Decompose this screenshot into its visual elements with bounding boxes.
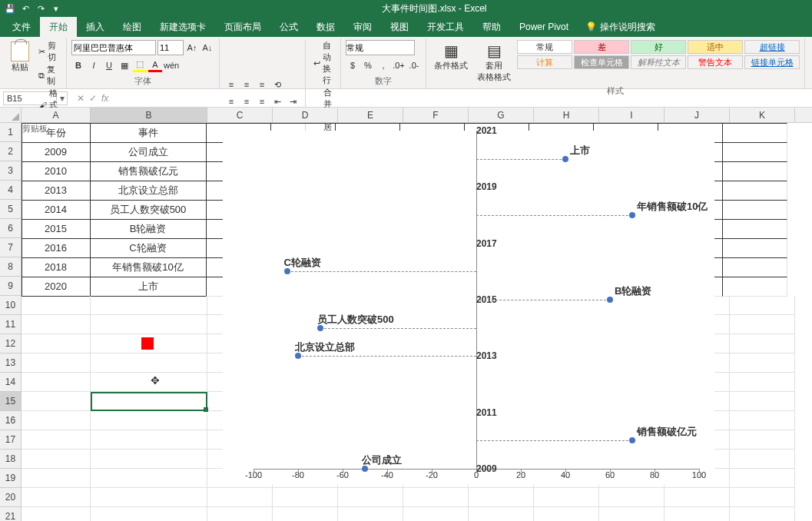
chart-point[interactable] bbox=[629, 437, 635, 443]
align-middle-icon[interactable]: ≡ bbox=[240, 78, 254, 91]
cell-C21[interactable] bbox=[207, 507, 273, 521]
bold-button[interactable]: B bbox=[71, 58, 85, 72]
cell-K6[interactable] bbox=[722, 219, 787, 239]
cell-B19[interactable] bbox=[91, 469, 207, 488]
decrease-font-icon[interactable]: A↓ bbox=[201, 41, 214, 55]
worksheet-grid[interactable]: ABCDEFGHIJK 1234567891011121314151617181… bbox=[0, 108, 812, 521]
col-header-J[interactable]: J bbox=[665, 108, 730, 122]
style-calc[interactable]: 计算 bbox=[517, 55, 572, 69]
cell-A20[interactable] bbox=[22, 488, 91, 507]
ribbon-tab-数据[interactable]: 数据 bbox=[307, 17, 344, 37]
redo-icon[interactable]: ↷ bbox=[35, 3, 46, 14]
italic-button[interactable]: I bbox=[87, 58, 101, 72]
cell-E21[interactable] bbox=[338, 507, 403, 521]
cell-A9[interactable]: 2020 bbox=[22, 277, 91, 297]
dec-decimal-icon[interactable]: .0- bbox=[407, 58, 421, 72]
fill-color-button[interactable]: ⬚ bbox=[133, 58, 147, 72]
font-name-select[interactable] bbox=[71, 40, 156, 55]
row-header-11[interactable]: 11 bbox=[0, 315, 21, 334]
cell-A6[interactable]: 2015 bbox=[22, 219, 91, 239]
ribbon-tab-文件[interactable]: 文件 bbox=[3, 17, 40, 37]
row-header-14[interactable]: 14 bbox=[0, 373, 21, 392]
cell-G21[interactable] bbox=[469, 507, 534, 521]
row-header-10[interactable]: 10 bbox=[0, 296, 21, 315]
paste-button[interactable]: 粘贴 bbox=[8, 40, 32, 75]
row-header-15[interactable]: 15 bbox=[0, 392, 21, 411]
cell-K2[interactable] bbox=[722, 142, 787, 162]
row-header-5[interactable]: 5 bbox=[0, 200, 21, 219]
row-header-4[interactable]: 4 bbox=[0, 181, 21, 200]
ribbon-tab-插入[interactable]: 插入 bbox=[77, 17, 114, 37]
style-normal[interactable]: 常规 bbox=[517, 40, 572, 54]
ribbon-tab-开始[interactable]: 开始 bbox=[40, 17, 77, 37]
cell-B6[interactable]: B轮融资 bbox=[90, 219, 207, 239]
chart-point[interactable] bbox=[607, 297, 613, 303]
cell-B13[interactable] bbox=[91, 353, 207, 373]
cell-A16[interactable] bbox=[22, 411, 91, 430]
format-as-table-button[interactable]: ▤ 套用 表格格式 bbox=[474, 40, 514, 85]
indent-inc-icon[interactable]: ⇥ bbox=[286, 95, 300, 108]
cell-B10[interactable] bbox=[91, 296, 207, 315]
ribbon-tab-绘图[interactable]: 绘图 bbox=[114, 17, 151, 37]
cell-G20[interactable] bbox=[469, 488, 534, 507]
cell-K7[interactable] bbox=[722, 238, 787, 258]
chart-point[interactable] bbox=[562, 156, 568, 162]
cell-I21[interactable] bbox=[599, 507, 665, 521]
ribbon-tab-页面布局[interactable]: 页面布局 bbox=[215, 17, 270, 37]
ribbon-tab-开发工具[interactable]: 开发工具 bbox=[418, 17, 473, 37]
cell-K21[interactable] bbox=[730, 507, 795, 521]
font-color-button[interactable]: A bbox=[148, 58, 162, 72]
row-header-12[interactable]: 12 bbox=[0, 334, 21, 353]
timeline-chart[interactable]: 2009201120132015201720192021-100-80-60-4… bbox=[223, 131, 714, 484]
cell-B1[interactable]: 事件 bbox=[90, 123, 207, 143]
style-warning[interactable]: 警告文本 bbox=[688, 55, 743, 69]
cell-A17[interactable] bbox=[22, 430, 91, 450]
align-right-icon[interactable]: ≡ bbox=[255, 95, 269, 108]
align-center-icon[interactable]: ≡ bbox=[240, 95, 254, 108]
row-header-7[interactable]: 7 bbox=[0, 238, 21, 257]
cell-B21[interactable] bbox=[91, 507, 207, 521]
select-all-button[interactable] bbox=[0, 108, 22, 123]
align-top-icon[interactable]: ≡ bbox=[224, 78, 238, 91]
row-header-16[interactable]: 16 bbox=[0, 411, 21, 430]
cell-K15[interactable] bbox=[730, 392, 795, 411]
row-header-9[interactable]: 9 bbox=[0, 277, 21, 296]
cell-B14[interactable] bbox=[91, 373, 207, 392]
style-check[interactable]: 检查单元格 bbox=[574, 55, 629, 69]
cell-K5[interactable] bbox=[722, 200, 787, 220]
style-explain[interactable]: 解释性文本 bbox=[631, 55, 686, 69]
style-hyperlink[interactable]: 超链接 bbox=[744, 40, 800, 54]
align-left-icon[interactable]: ≡ bbox=[224, 95, 238, 108]
col-header-K[interactable]: K bbox=[730, 108, 795, 122]
cell-A12[interactable] bbox=[22, 334, 91, 353]
cell-D21[interactable] bbox=[273, 507, 338, 521]
conditional-format-button[interactable]: ▦ 条件格式 bbox=[431, 40, 471, 73]
col-header-E[interactable]: E bbox=[338, 108, 403, 122]
row-header-6[interactable]: 6 bbox=[0, 219, 21, 238]
cell-styles-gallery[interactable]: 常规 差 好 适中 超链接 计算 检查单元格 解释性文本 警告文本 链接单元格 bbox=[517, 40, 800, 69]
ribbon-tab-审阅[interactable]: 审阅 bbox=[344, 17, 381, 37]
increase-font-icon[interactable]: A↑ bbox=[185, 41, 199, 55]
row-header-17[interactable]: 17 bbox=[0, 430, 21, 450]
ribbon-tab-视图[interactable]: 视图 bbox=[381, 17, 418, 37]
cell-K20[interactable] bbox=[730, 488, 795, 507]
cell-J20[interactable] bbox=[665, 488, 730, 507]
row-header-19[interactable]: 19 bbox=[0, 469, 21, 488]
inc-decimal-icon[interactable]: .0+ bbox=[392, 58, 406, 72]
cell-K9[interactable] bbox=[722, 277, 787, 297]
cell-B5[interactable]: 员工人数突破500 bbox=[90, 200, 207, 220]
col-header-A[interactable]: A bbox=[22, 108, 91, 122]
cell-A11[interactable] bbox=[22, 315, 91, 334]
cell-H20[interactable] bbox=[534, 488, 599, 507]
cell-A5[interactable]: 2014 bbox=[22, 200, 91, 220]
cell-A21[interactable] bbox=[22, 507, 91, 521]
cancel-icon[interactable]: ✕ bbox=[77, 93, 85, 104]
undo-icon[interactable]: ↶ bbox=[20, 3, 31, 14]
row-header-18[interactable]: 18 bbox=[0, 450, 21, 469]
phonetic-button[interactable]: wén bbox=[164, 58, 179, 72]
cell-B18[interactable] bbox=[91, 450, 207, 469]
cell-K10[interactable] bbox=[730, 296, 795, 315]
col-header-F[interactable]: F bbox=[403, 108, 469, 122]
col-header-D[interactable]: D bbox=[273, 108, 338, 122]
cell-K4[interactable] bbox=[722, 181, 787, 201]
